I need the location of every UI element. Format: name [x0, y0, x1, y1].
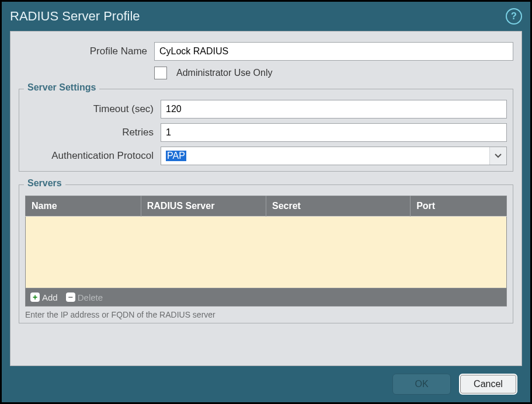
timeout-input[interactable] — [161, 100, 507, 119]
minus-icon: − — [66, 292, 75, 302]
servers-legend: Servers — [24, 178, 65, 189]
cancel-button[interactable]: Cancel — [459, 374, 517, 395]
dialog-footer: OK Cancel — [2, 366, 530, 402]
help-icon[interactable]: ? — [506, 8, 522, 25]
profile-name-label: Profile Name — [19, 46, 149, 57]
plus-icon: + — [30, 292, 40, 302]
servers-header-row: Name RADIUS Server Secret Port — [26, 196, 507, 217]
auth-protocol-select[interactable]: PAP — [161, 147, 507, 165]
servers-empty-row — [26, 217, 507, 288]
col-port[interactable]: Port — [411, 196, 507, 217]
ok-button[interactable]: OK — [392, 374, 451, 395]
auth-protocol-label: Authentication Protocol — [25, 150, 156, 162]
servers-hint: Enter the IP address or FQDN of the RADI… — [25, 310, 507, 319]
retries-row: Retries — [25, 123, 507, 142]
timeout-label: Timeout (sec) — [25, 103, 156, 115]
titlebar: RADIUS Server Profile ? — [2, 2, 530, 31]
admin-only-row: Administrator Use Only — [19, 67, 513, 79]
add-button[interactable]: + Add — [30, 292, 58, 302]
servers-table-actions: + Add − Delete — [25, 288, 507, 307]
auth-protocol-row: Authentication Protocol PAP — [25, 147, 507, 165]
delete-button: − Delete — [66, 292, 103, 302]
col-radius-server[interactable]: RADIUS Server — [141, 196, 266, 217]
server-settings-fieldset: Server Settings Timeout (sec) Retries Au… — [19, 89, 513, 172]
timeout-row: Timeout (sec) — [25, 100, 507, 119]
servers-fieldset: Servers Name RADIUS Server Secret Port — [19, 184, 513, 323]
retries-input[interactable] — [161, 123, 507, 142]
auth-protocol-value: PAP — [161, 147, 489, 165]
dialog-title: RADIUS Server Profile — [10, 9, 140, 24]
chevron-down-icon[interactable] — [489, 147, 506, 165]
server-settings-legend: Server Settings — [24, 82, 99, 93]
dialog-body: Profile Name Administrator Use Only Serv… — [10, 31, 522, 366]
retries-label: Retries — [25, 127, 156, 138]
col-name[interactable]: Name — [26, 196, 141, 217]
servers-table: Name RADIUS Server Secret Port — [25, 196, 507, 288]
admin-only-label: Administrator Use Only — [176, 68, 273, 78]
admin-only-checkbox[interactable] — [154, 67, 167, 79]
radius-server-profile-dialog: RADIUS Server Profile ? Profile Name Adm… — [0, 0, 532, 404]
profile-name-row: Profile Name — [19, 42, 513, 61]
profile-name-input[interactable] — [154, 42, 513, 61]
col-secret[interactable]: Secret — [266, 196, 410, 217]
